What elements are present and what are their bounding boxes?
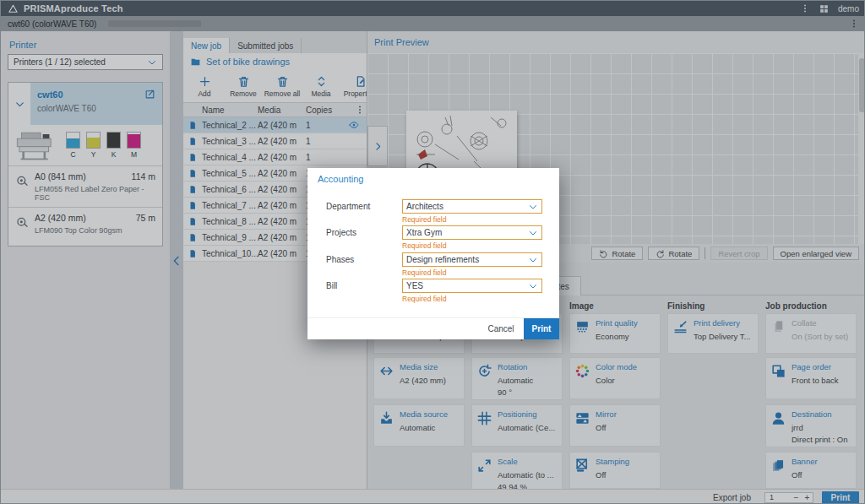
- accounting-dialog: Accounting Department Architects Require…: [307, 168, 559, 339]
- dialog-title: Accounting: [318, 174, 363, 184]
- dialog-field: Projects Xtra Gym Required field: [307, 225, 559, 251]
- field-value: Xtra Gym: [406, 228, 442, 237]
- required-field-hint: Required field: [402, 215, 446, 224]
- dialog-field: Bill YES Required field: [307, 279, 559, 304]
- field-label: Department: [326, 202, 370, 211]
- chevron-down-icon: [528, 255, 538, 265]
- chevron-down-icon: [528, 281, 538, 291]
- field-value: Architects: [406, 202, 443, 211]
- field-select[interactable]: Architects: [402, 199, 542, 214]
- field-select[interactable]: Design refinements: [402, 252, 542, 267]
- field-label: Phases: [326, 255, 354, 264]
- required-field-hint: Required field: [402, 241, 446, 250]
- cancel-button[interactable]: Cancel: [478, 318, 524, 339]
- field-select[interactable]: YES: [402, 279, 542, 293]
- field-label: Bill: [326, 281, 337, 290]
- dialog-footer: Cancel Print: [307, 317, 559, 339]
- chevron-down-icon: [528, 202, 538, 212]
- field-select[interactable]: Xtra Gym: [402, 225, 542, 240]
- required-field-hint: Required field: [402, 268, 446, 277]
- required-field-hint: Required field: [402, 295, 446, 303]
- field-label: Projects: [326, 228, 356, 237]
- field-value: Design refinements: [406, 255, 479, 264]
- dialog-field: Department Architects Required field: [307, 199, 559, 225]
- dialog-field: Phases Design refinements Required field: [307, 252, 559, 278]
- dialog-print-button[interactable]: Print: [524, 318, 559, 339]
- chevron-down-icon: [528, 228, 538, 238]
- application-window: PRISMAproduce Tech demo cwt60 (colorWAVE…: [0, 0, 865, 504]
- field-value: YES: [406, 281, 423, 290]
